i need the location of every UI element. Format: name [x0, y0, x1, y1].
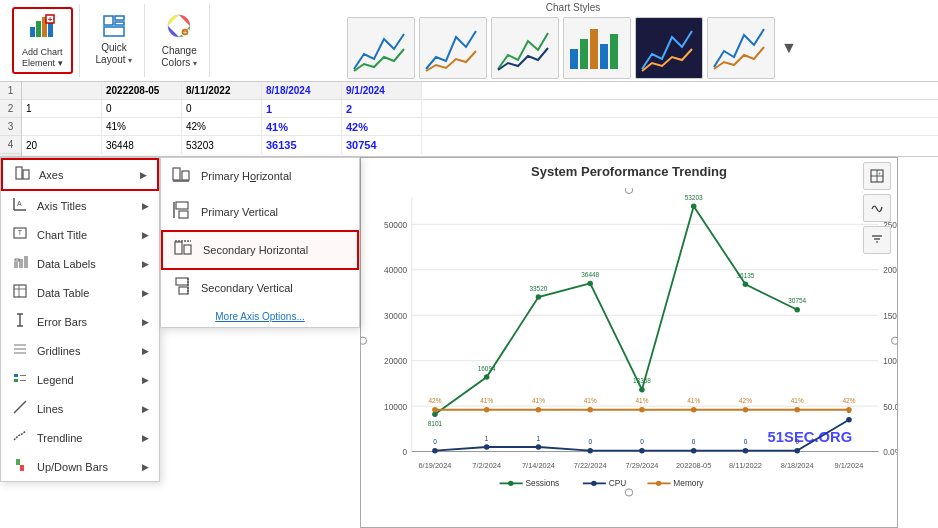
svg-rect-20	[23, 170, 29, 179]
svg-text:41%: 41%	[791, 397, 804, 404]
spreadsheet-content: 2022208-05 8/11/2022 8/18/2024 9/1/2024 …	[22, 82, 938, 156]
lines-chevron-icon: ▶	[142, 404, 149, 414]
chart-styles-scroll-down[interactable]: ▼	[779, 37, 799, 59]
svg-point-89	[587, 281, 593, 286]
chart-styles-tool-button[interactable]	[863, 194, 891, 222]
change-colors-button[interactable]: + ChangeColors ▾	[155, 9, 203, 72]
more-axis-options-link[interactable]: More Axis Options...	[161, 306, 359, 327]
svg-point-148	[625, 188, 632, 193]
sheet-cell-1-1: 0	[102, 100, 182, 117]
svg-point-107	[691, 448, 697, 453]
svg-text:33520: 33520	[529, 285, 547, 292]
svg-rect-8	[115, 22, 124, 25]
trendline-chevron-icon: ▶	[142, 433, 149, 443]
svg-text:0: 0	[744, 438, 748, 445]
chart-style-thumb-2[interactable]	[419, 17, 487, 79]
lines-label: Lines	[37, 403, 134, 415]
sheet-cell-3-4: 30754	[342, 136, 422, 154]
chart-style-thumb-5[interactable]	[635, 17, 703, 79]
svg-text:A: A	[17, 200, 22, 207]
svg-text:8101: 8101	[428, 420, 443, 427]
sheet-cell-2-3: 41%	[262, 118, 342, 135]
svg-text:50000: 50000	[384, 221, 408, 230]
svg-rect-39	[14, 374, 18, 377]
svg-rect-6	[104, 16, 113, 25]
chart-styles-row: ▼	[347, 17, 799, 79]
svg-text:53203: 53203	[685, 194, 703, 201]
trendline-label: Trendline	[37, 432, 134, 444]
row-header-1: 1	[0, 82, 21, 100]
primary-vertical-item[interactable]: Primary Vertical	[161, 194, 359, 230]
dropdown-data-table-item[interactable]: Data Table ▶	[1, 278, 159, 307]
dropdown-chart-title-item[interactable]: T Chart Title ▶	[1, 220, 159, 249]
chart-elements-tool-button[interactable]: +	[863, 162, 891, 190]
chart-style-thumb-4[interactable]	[563, 17, 631, 79]
svg-point-91	[691, 203, 697, 208]
gridlines-label: Gridlines	[37, 345, 134, 357]
svg-text:42%: 42%	[739, 397, 752, 404]
add-chart-element-button[interactable]: + Add ChartElement ▾	[12, 7, 73, 75]
svg-point-92	[743, 282, 749, 287]
primary-horizontal-label: Primary Horizontal	[201, 170, 349, 182]
secondary-horizontal-item[interactable]: Secondary Horizontal	[161, 230, 359, 270]
chart-style-thumb-3[interactable]	[491, 17, 559, 79]
svg-text:0.0%: 0.0%	[883, 448, 897, 457]
data-labels-label: Data Labels	[37, 258, 134, 270]
svg-rect-0	[30, 27, 35, 37]
axis-titles-icon: A	[11, 196, 29, 215]
svg-point-140	[508, 481, 514, 486]
svg-rect-16	[590, 29, 598, 69]
sheet-cell-1-3: 1	[262, 100, 342, 117]
svg-text:1: 1	[537, 435, 541, 442]
secondary-vertical-item[interactable]: Secondary Vertical	[161, 270, 359, 306]
svg-rect-3	[48, 23, 53, 37]
row-header-2: 2	[0, 100, 21, 118]
dropdown-updown-bars-item[interactable]: Up/Down Bars ▶	[1, 452, 159, 481]
svg-point-128	[846, 407, 852, 412]
chart-title-chevron-icon: ▶	[142, 230, 149, 240]
chart-style-thumb-6[interactable]	[707, 17, 775, 79]
svg-point-105	[587, 448, 593, 453]
dropdown-error-bars-item[interactable]: Error Bars ▶	[1, 307, 159, 336]
svg-point-143	[591, 481, 597, 486]
svg-text:+: +	[878, 170, 881, 176]
error-bars-chevron-icon: ▶	[142, 317, 149, 327]
sheet-data-row-3: 20 36448 53203 36135 30754	[22, 136, 938, 154]
svg-text:41%: 41%	[480, 397, 493, 404]
svg-point-108	[743, 448, 749, 453]
dropdown-axis-titles-item[interactable]: A Axis Titles ▶	[1, 191, 159, 220]
dropdown-axes-item[interactable]: Axes ▶	[1, 158, 159, 191]
dropdown-legend-item[interactable]: Legend ▶	[1, 365, 159, 394]
svg-text:150.0%: 150.0%	[883, 312, 897, 321]
quick-layout-button[interactable]: QuickLayout ▾	[90, 12, 139, 69]
dropdown-data-labels-item[interactable]: Data Labels ▶	[1, 249, 159, 278]
svg-rect-30	[14, 285, 26, 297]
quick-layout-icon	[103, 15, 125, 42]
sheet-cell-1-0: 1	[22, 100, 102, 117]
gridlines-icon	[11, 341, 29, 360]
sheet-cell-header-0	[22, 82, 102, 99]
svg-rect-50	[179, 211, 188, 218]
svg-rect-44	[16, 459, 20, 465]
chart-filters-tool-button[interactable]	[863, 226, 891, 254]
sheet-header-row: 2022208-05 8/11/2022 8/18/2024 9/1/2024	[22, 82, 938, 100]
svg-point-127	[794, 407, 800, 412]
gridlines-chevron-icon: ▶	[142, 346, 149, 356]
spreadsheet-area: 1 2 3 4 2022208-05 8/11/2022 8/18/2024 9…	[0, 82, 938, 157]
svg-text:10000: 10000	[384, 403, 408, 412]
svg-text:0: 0	[640, 438, 644, 445]
svg-point-88	[536, 294, 542, 299]
dropdown-gridlines-item[interactable]: Gridlines ▶	[1, 336, 159, 365]
chart-style-thumb-1[interactable]	[347, 17, 415, 79]
dropdown-lines-item[interactable]: Lines ▶	[1, 394, 159, 423]
chart-styles-label: Chart Styles	[546, 2, 600, 15]
svg-rect-55	[176, 278, 188, 285]
svg-rect-7	[115, 16, 124, 20]
primary-horizontal-item[interactable]: Primary Horizontal	[161, 158, 359, 194]
svg-text:0: 0	[692, 438, 696, 445]
primary-vertical-icon	[171, 200, 191, 224]
svg-point-121	[484, 407, 490, 412]
dropdown-trendline-item[interactable]: Trendline ▶	[1, 423, 159, 452]
change-colors-label: ChangeColors ▾	[161, 45, 197, 69]
change-colors-group: + ChangeColors ▾	[149, 4, 210, 77]
